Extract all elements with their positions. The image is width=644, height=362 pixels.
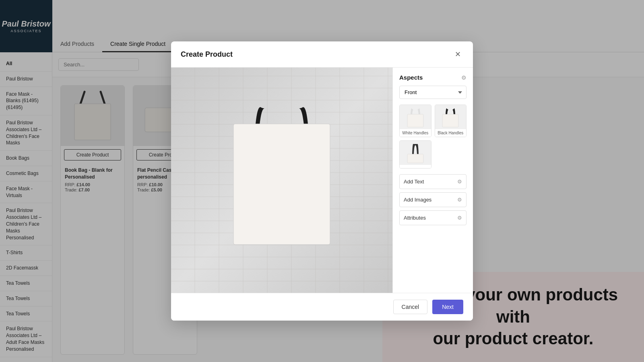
attributes-icon: ⚙ bbox=[457, 215, 462, 221]
variant-white-handles[interactable]: White Handles bbox=[399, 105, 431, 137]
variant-black-handles-label: Black Handles bbox=[435, 129, 466, 137]
attributes-button[interactable]: Attributes ⚙ bbox=[399, 210, 466, 225]
variant-black-handles-img bbox=[435, 105, 466, 129]
modal-footer: Cancel Next bbox=[171, 293, 473, 321]
svg-rect-5 bbox=[407, 114, 423, 127]
variant-black-handles[interactable]: Black Handles bbox=[435, 105, 467, 137]
variant-third[interactable] bbox=[399, 140, 431, 169]
black-handles-icon bbox=[440, 106, 460, 128]
variant-grid: White Handles Black Handles bbox=[399, 105, 466, 169]
add-images-label: Add Images bbox=[404, 197, 431, 203]
aspect-select-wrapper: Front bbox=[399, 86, 466, 105]
add-text-button[interactable]: Add Text ⚙ bbox=[399, 174, 466, 189]
svg-rect-6 bbox=[442, 114, 458, 127]
bag-preview bbox=[171, 68, 392, 293]
modal-image-area bbox=[171, 68, 392, 293]
modal-close-button[interactable]: ✕ bbox=[452, 49, 463, 60]
white-handles-icon bbox=[405, 106, 425, 128]
tote-bag-large bbox=[221, 100, 342, 261]
variant-third-img bbox=[400, 141, 431, 165]
variant-white-handles-img bbox=[400, 105, 431, 129]
aspects-gear-icon[interactable]: ⚙ bbox=[461, 74, 466, 81]
third-variant-icon bbox=[405, 142, 425, 164]
aspect-select[interactable]: Front bbox=[399, 86, 466, 99]
aspects-header: Aspects ⚙ bbox=[399, 74, 466, 81]
attributes-label: Attributes bbox=[404, 215, 426, 221]
modal-body: Aspects ⚙ Front bbox=[171, 68, 473, 293]
add-text-icon: ⚙ bbox=[457, 179, 462, 185]
modal-header: Create Product ✕ bbox=[171, 41, 473, 68]
modal-title: Create Product bbox=[181, 50, 233, 59]
svg-rect-7 bbox=[407, 154, 423, 163]
cancel-button[interactable]: Cancel bbox=[393, 300, 428, 314]
add-text-label: Add Text bbox=[404, 179, 424, 185]
variant-white-handles-label: White Handles bbox=[400, 129, 431, 137]
aspects-title: Aspects bbox=[399, 74, 423, 81]
create-product-modal: Create Product ✕ bbox=[171, 41, 473, 321]
next-button[interactable]: Next bbox=[432, 300, 463, 314]
add-images-icon: ⚙ bbox=[457, 197, 462, 203]
modal-sidebar: Aspects ⚙ Front bbox=[392, 68, 473, 293]
variant-third-label bbox=[400, 165, 431, 168]
add-images-button[interactable]: Add Images ⚙ bbox=[399, 192, 466, 207]
svg-rect-4 bbox=[233, 124, 330, 245]
